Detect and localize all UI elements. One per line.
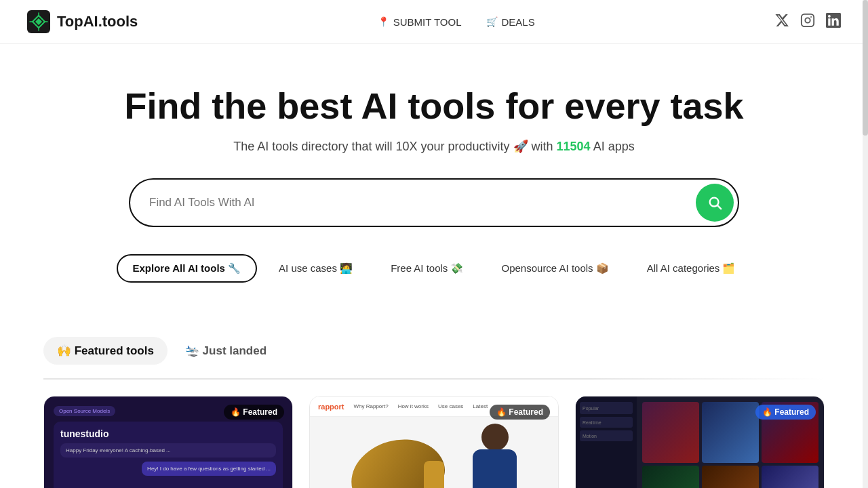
hero-subtitle: The AI tools directory that will 10X you… <box>27 139 841 154</box>
filter-tabs: Explore All AI tools 🔧 AI use cases 🧑‍💻 … <box>27 254 841 283</box>
instagram-icon <box>800 13 815 28</box>
scrollbar-thumb[interactable] <box>863 0 868 136</box>
instagram-link[interactable] <box>800 13 815 30</box>
subtitle-after: AI apps <box>593 140 635 153</box>
card-image-tunestudio: Open Source Models tunestudio Happy Frid… <box>44 396 292 488</box>
main-content-area: 🙌 Featured tools 🛬 Just landed Open Sour… <box>0 337 868 488</box>
twitter-link[interactable] <box>774 13 789 30</box>
section-tab-justlanded[interactable]: 🛬 Just landed <box>172 337 280 365</box>
svg-line-5 <box>717 205 721 209</box>
filter-tab-explore[interactable]: Explore All AI tools 🔧 <box>117 254 258 283</box>
subtitle-before: The AI tools directory that will 10X you… <box>233 140 553 153</box>
search-button[interactable] <box>696 184 734 222</box>
card-tunestudio[interactable]: Open Source Models tunestudio Happy Frid… <box>43 396 293 488</box>
scrollbar-track[interactable] <box>863 0 868 488</box>
header: TopAI.tools 📍 SUBMIT TOOL 🛒 DEALS <box>0 0 868 44</box>
svg-point-3 <box>810 16 812 18</box>
featured-badge-rapport: 🔥 Featured <box>490 405 550 420</box>
twitter-icon <box>774 13 789 28</box>
section-tab-featured[interactable]: 🙌 Featured tools <box>43 337 167 365</box>
hero-title: Find the best AI tools for every task <box>27 85 841 127</box>
search-bar <box>129 178 739 227</box>
search-icon <box>707 195 722 210</box>
cards-grid: Open Source Models tunestudio Happy Frid… <box>43 396 825 488</box>
filter-tab-categories[interactable]: All AI categories 🗂️ <box>631 254 752 283</box>
card-image-rapport: rapport Why Rapport? How it works Use ca… <box>310 396 558 488</box>
logo-icon <box>27 10 50 33</box>
submit-tool-link[interactable]: 📍 SUBMIT TOOL <box>378 16 462 28</box>
deals-link[interactable]: 🛒 DEALS <box>486 16 535 28</box>
filter-tab-opensource[interactable]: Opensource AI tools 📦 <box>486 254 625 283</box>
card-image-leonardo: Popular Realtime Motion 🔥 Featured <box>576 396 824 488</box>
logo-text: TopAI.tools <box>57 13 138 30</box>
svg-rect-1 <box>802 14 814 26</box>
svg-point-2 <box>805 18 810 22</box>
submit-tool-label: SUBMIT TOOL <box>393 16 462 28</box>
logo[interactable]: TopAI.tools <box>27 10 138 33</box>
card-leonardo[interactable]: Popular Realtime Motion 🔥 Featured <box>575 396 825 488</box>
pin-icon: 📍 <box>378 16 389 27</box>
section-divider <box>43 378 825 380</box>
search-input[interactable] <box>149 189 696 216</box>
deals-label: DEALS <box>502 16 535 28</box>
filter-tab-free[interactable]: Free AI tools 💸 <box>374 254 479 283</box>
section-tabs: 🙌 Featured tools 🛬 Just landed <box>43 337 825 365</box>
card-rapport[interactable]: rapport Why Rapport? How it works Use ca… <box>309 396 559 488</box>
hero-section: Find the best AI tools for every task Th… <box>0 44 868 337</box>
linkedin-link[interactable] <box>826 13 841 30</box>
social-links <box>774 13 841 30</box>
main-nav: 📍 SUBMIT TOOL 🛒 DEALS <box>378 16 535 28</box>
featured-badge-leonardo: 🔥 Featured <box>755 405 816 420</box>
linkedin-icon <box>826 13 841 28</box>
app-count: 11504 <box>557 140 591 153</box>
featured-badge-tunestudio: 🔥 Featured <box>224 405 284 420</box>
filter-tab-usecases[interactable]: AI use cases 🧑‍💻 <box>262 254 369 283</box>
cart-icon: 🛒 <box>486 16 498 27</box>
